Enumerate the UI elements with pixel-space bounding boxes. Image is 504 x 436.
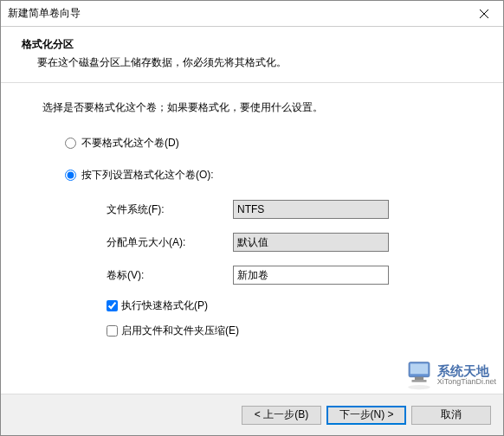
header-description: 要在这个磁盘分区上储存数据，你必须先将其格式化。 xyxy=(22,55,482,70)
volume-label-input[interactable] xyxy=(233,266,389,285)
volume-label-label: 卷标(V): xyxy=(107,268,233,283)
file-system-label: 文件系统(F): xyxy=(107,202,233,217)
close-button[interactable] xyxy=(464,1,503,27)
compression-checkbox[interactable] xyxy=(107,325,118,337)
compression-checkbox-row[interactable]: 启用文件和文件夹压缩(E) xyxy=(107,324,462,338)
compression-label: 启用文件和文件夹压缩(E) xyxy=(121,324,239,338)
header-title: 格式化分区 xyxy=(22,37,482,52)
file-system-row: 文件系统(F): NTFS xyxy=(107,200,462,219)
wizard-header: 格式化分区 要在这个磁盘分区上储存数据，你必须先将其格式化。 xyxy=(1,27,503,82)
format-options: 文件系统(F): NTFS 分配单元大小(A): 默认值 卷标(V): 执行快速… xyxy=(65,200,462,338)
svg-rect-3 xyxy=(410,363,428,374)
quick-format-checkbox-row[interactable]: 执行快速格式化(P) xyxy=(107,298,462,313)
titlebar: 新建简单卷向导 xyxy=(1,1,503,27)
next-button[interactable]: 下一步(N) > xyxy=(326,406,406,425)
volume-label-row: 卷标(V): xyxy=(107,266,462,285)
quick-format-label: 执行快速格式化(P) xyxy=(121,298,208,313)
svg-point-6 xyxy=(408,385,430,389)
watermark-cn: 系统天地 xyxy=(437,364,496,379)
watermark-url: XiTongTianDi.net xyxy=(437,378,496,387)
alloc-unit-select[interactable]: 默认值 xyxy=(233,233,389,252)
radio-format-with-input[interactable] xyxy=(65,170,76,181)
radio-format-with-label: 按下列设置格式化这个卷(O): xyxy=(81,168,214,183)
format-radio-group: 不要格式化这个卷(D) 按下列设置格式化这个卷(O): 文件系统(F): NTF… xyxy=(42,136,462,338)
svg-rect-5 xyxy=(411,380,426,382)
wizard-footer: < 上一步(B) 下一步(N) > 取消 xyxy=(1,394,503,435)
alloc-unit-label: 分配单元大小(A): xyxy=(107,235,233,250)
svg-rect-4 xyxy=(415,377,423,380)
radio-format-with[interactable]: 按下列设置格式化这个卷(O): xyxy=(65,168,462,183)
file-system-select[interactable]: NTFS xyxy=(233,200,389,219)
back-button[interactable]: < 上一步(B) xyxy=(242,406,321,425)
content-area: 选择是否要格式化这个卷；如果要格式化，要使用什么设置。 不要格式化这个卷(D) … xyxy=(1,83,503,357)
quick-format-checkbox[interactable] xyxy=(107,300,118,311)
radio-no-format-input[interactable] xyxy=(65,138,76,149)
alloc-unit-row: 分配单元大小(A): 默认值 xyxy=(107,233,462,252)
watermark-logo-icon xyxy=(404,361,434,390)
window-title: 新建简单卷向导 xyxy=(8,6,81,21)
cancel-button[interactable]: 取消 xyxy=(411,406,491,425)
radio-no-format-label: 不要格式化这个卷(D) xyxy=(81,136,179,151)
watermark: 系统天地 XiTongTianDi.net xyxy=(404,361,496,390)
watermark-text: 系统天地 XiTongTianDi.net xyxy=(437,364,496,387)
radio-no-format[interactable]: 不要格式化这个卷(D) xyxy=(65,136,462,151)
svg-rect-2 xyxy=(409,362,430,377)
close-icon xyxy=(480,10,488,18)
instruction-text: 选择是否要格式化这个卷；如果要格式化，要使用什么设置。 xyxy=(42,100,462,115)
